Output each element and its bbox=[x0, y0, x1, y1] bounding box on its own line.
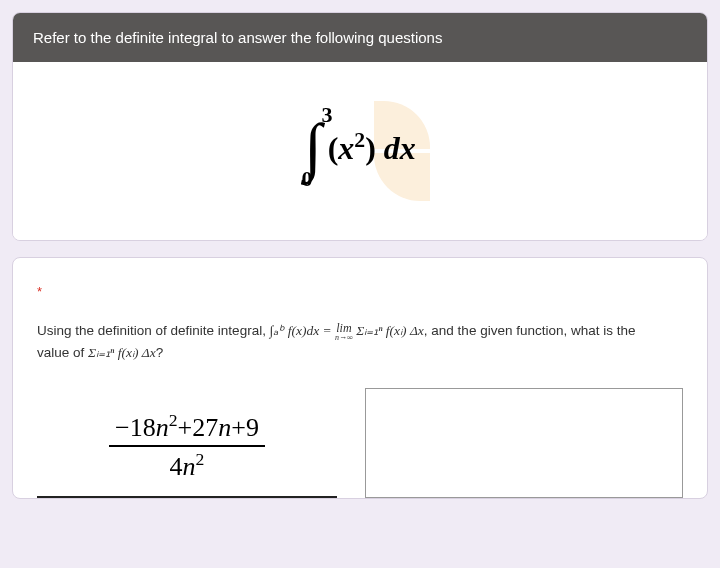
integral-upper-limit: 3 bbox=[321, 104, 332, 126]
fraction-numerator: −18n2+27n+9 bbox=[109, 410, 265, 447]
required-asterisk: * bbox=[37, 284, 42, 299]
sum-expression-math: Σᵢ₌₁ⁿ f(xᵢ) Δx bbox=[88, 345, 156, 360]
instruction-card: Refer to the definite integral to answer… bbox=[12, 12, 708, 241]
integral-symbol-group: 3 ∫ 0 bbox=[304, 98, 322, 196]
question-card: * Using the definition of definite integ… bbox=[12, 257, 708, 499]
fraction: −18n2+27n+9 4n2 bbox=[109, 410, 265, 481]
integral-body: (x2) dx bbox=[328, 128, 416, 167]
question-prompt: Using the definition of definite integra… bbox=[37, 320, 683, 364]
fraction-denominator: 4n2 bbox=[109, 447, 265, 482]
integral-definition-math: ∫ₐᵇ f(x)dx = limn→∞ Σᵢ₌₁ⁿ f(xᵢ) Δx bbox=[270, 323, 424, 338]
instruction-header: Refer to the definite integral to answer… bbox=[13, 13, 707, 62]
instruction-text: Refer to the definite integral to answer… bbox=[33, 29, 442, 46]
answer-row: −18n2+27n+9 4n2 bbox=[37, 388, 683, 498]
integral-lower-limit: 0 bbox=[301, 168, 312, 190]
integral-display-area: 3 ∫ 0 (x2) dx bbox=[13, 62, 707, 240]
integral-expression: 3 ∫ 0 (x2) dx bbox=[304, 98, 416, 196]
answer-input-box[interactable] bbox=[365, 388, 683, 498]
answer-option-fraction[interactable]: −18n2+27n+9 4n2 bbox=[37, 388, 337, 498]
